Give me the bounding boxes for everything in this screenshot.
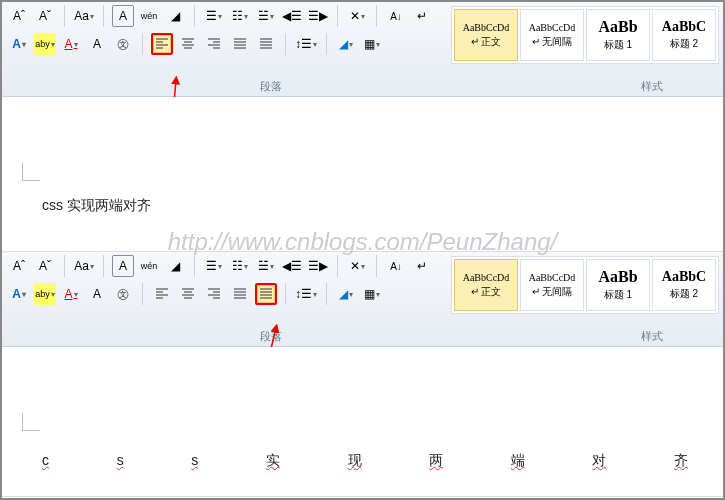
numbering-icon: ☷ <box>232 9 243 23</box>
numbering-icon: ☷ <box>232 259 243 273</box>
distribute-button[interactable] <box>255 283 277 305</box>
align-left-button[interactable] <box>151 283 173 305</box>
align-right-button[interactable] <box>203 33 225 55</box>
style-box-标题 1[interactable]: AaBb标题 1 <box>586 259 650 311</box>
font-color2-button[interactable]: A▾ <box>8 33 30 55</box>
separator <box>337 255 338 277</box>
multilevel-button[interactable]: ☱▾ <box>255 5 277 27</box>
clear-format-button[interactable]: ◢ <box>164 5 186 27</box>
grow-font-label: Aˆ <box>13 9 25 23</box>
enclose-label: ㉆ <box>117 36 129 53</box>
separator <box>142 283 143 305</box>
multilevel-icon: ☱ <box>258 9 269 23</box>
text-direction-button[interactable]: ✕▾ <box>346 5 368 27</box>
style-box-无间隔[interactable]: AaBbCcDd↵ 无间隔 <box>520 9 584 61</box>
align-center-icon <box>180 36 196 52</box>
show-marks-button[interactable]: ↵ <box>411 5 433 27</box>
shading-button[interactable]: ◢▾ <box>335 33 357 55</box>
doc2-char: 齐 <box>674 452 688 470</box>
align-center-button[interactable] <box>177 283 199 305</box>
char-shading-button[interactable]: A <box>86 33 108 55</box>
bullets-button[interactable]: ☰▾ <box>203 255 225 277</box>
highlight-button[interactable]: aby▾ <box>34 33 56 55</box>
styles-gallery: AaBbCcDd↵ 正文AaBbCcDd↵ 无间隔AaBb标题 1AaBbC标题… <box>451 256 719 314</box>
eraser-icon: ◢ <box>171 259 180 273</box>
char-border-button[interactable]: A <box>112 5 134 27</box>
doc2-text: css实现两端对齐 <box>42 452 688 470</box>
bullets-icon: ☰ <box>206 9 217 23</box>
doc2-char: 两 <box>429 452 443 470</box>
text-direction-icon: ✕ <box>350 259 360 273</box>
text-direction-button[interactable]: ✕▾ <box>346 255 368 277</box>
phonetic-button[interactable]: wén <box>138 255 160 277</box>
separator <box>194 5 195 27</box>
font-color-button[interactable]: A▾ <box>60 33 82 55</box>
clear-format-button[interactable]: ◢ <box>164 255 186 277</box>
bullets-icon: ☰ <box>206 259 217 273</box>
numbering-button[interactable]: ☷▾ <box>229 5 251 27</box>
justify-button[interactable] <box>229 33 251 55</box>
style-box-标题 2[interactable]: AaBbC标题 2 <box>652 259 716 311</box>
char-border-button[interactable]: A <box>112 255 134 277</box>
sort-button[interactable]: A↓ <box>385 255 407 277</box>
style-box-标题 1[interactable]: AaBb标题 1 <box>586 9 650 61</box>
sort-button[interactable]: A↓ <box>385 5 407 27</box>
align-right-button[interactable] <box>203 283 225 305</box>
increase-indent-button[interactable]: ☰▶ <box>307 5 329 27</box>
decrease-indent-button[interactable]: ◀☰ <box>281 255 303 277</box>
ribbon-1: Aˆ Aˇ Aa▾ A wén ◢ ☰▾ ☷▾ ☱▾ ◀☰ ☰▶ ✕▾ A↓ ↵… <box>2 2 723 97</box>
enclose-button[interactable]: ㉆ <box>112 283 134 305</box>
change-case-button[interactable]: Aa▾ <box>73 255 95 277</box>
numbering-button[interactable]: ☷▾ <box>229 255 251 277</box>
line-spacing-icon: ↕☰ <box>295 37 312 51</box>
decrease-indent-button[interactable]: ◀☰ <box>281 5 303 27</box>
style-box-标题 2[interactable]: AaBbC标题 2 <box>652 9 716 61</box>
separator <box>376 5 377 27</box>
align-center-button[interactable] <box>177 33 199 55</box>
font-color-label: A <box>64 37 72 51</box>
line-spacing-button[interactable]: ↕☰▾ <box>294 283 318 305</box>
font-color2-button[interactable]: A▾ <box>8 283 30 305</box>
style-sample: AaBb <box>598 268 637 286</box>
multilevel-button[interactable]: ☱▾ <box>255 255 277 277</box>
show-marks-button[interactable]: ↵ <box>411 255 433 277</box>
separator <box>64 5 65 27</box>
style-name: 标题 2 <box>670 37 698 51</box>
doc2-char: 现 <box>348 452 362 470</box>
line-spacing-button[interactable]: ↕☰▾ <box>294 33 318 55</box>
separator <box>103 255 104 277</box>
distribute-icon <box>258 36 274 52</box>
borders-button[interactable]: ▦▾ <box>361 33 383 55</box>
bucket-icon: ◢ <box>339 37 348 51</box>
shading-button[interactable]: ◢▾ <box>335 283 357 305</box>
decrease-indent-icon: ◀☰ <box>282 9 302 23</box>
increase-indent-icon: ☰▶ <box>308 259 328 273</box>
change-case-button[interactable]: Aa▾ <box>73 5 95 27</box>
font-color-button[interactable]: A▾ <box>60 283 82 305</box>
style-box-无间隔[interactable]: AaBbCcDd↵ 无间隔 <box>520 259 584 311</box>
style-sample: AaBbCcDd <box>463 22 510 33</box>
justify-button[interactable] <box>229 283 251 305</box>
style-box-正文[interactable]: AaBbCcDd↵ 正文 <box>454 259 518 311</box>
styles-group-label: 样式 <box>641 329 663 344</box>
bullets-button[interactable]: ☰▾ <box>203 5 225 27</box>
increase-indent-button[interactable]: ☰▶ <box>307 255 329 277</box>
borders-button[interactable]: ▦▾ <box>361 283 383 305</box>
doc2-char: 对 <box>592 452 606 470</box>
char-shading-button[interactable]: A <box>86 283 108 305</box>
document-area-2: css实现两端对齐 <box>2 347 723 497</box>
shrink-font-button[interactable]: Aˇ <box>34 5 56 27</box>
style-sample: AaBb <box>598 18 637 36</box>
align-left-button[interactable] <box>151 33 173 55</box>
style-sample: AaBbC <box>662 19 706 35</box>
distribute-button[interactable] <box>255 33 277 55</box>
grow-font-button[interactable]: Aˆ <box>8 5 30 27</box>
grow-font-button[interactable]: Aˆ <box>8 255 30 277</box>
style-box-正文[interactable]: AaBbCcDd↵ 正文 <box>454 9 518 61</box>
highlight-button[interactable]: aby▾ <box>34 283 56 305</box>
shrink-font-button[interactable]: Aˇ <box>34 255 56 277</box>
phonetic-button[interactable]: wén <box>138 5 160 27</box>
enclose-button[interactable]: ㉆ <box>112 33 134 55</box>
shrink-font-label: Aˇ <box>39 9 51 23</box>
separator <box>376 255 377 277</box>
